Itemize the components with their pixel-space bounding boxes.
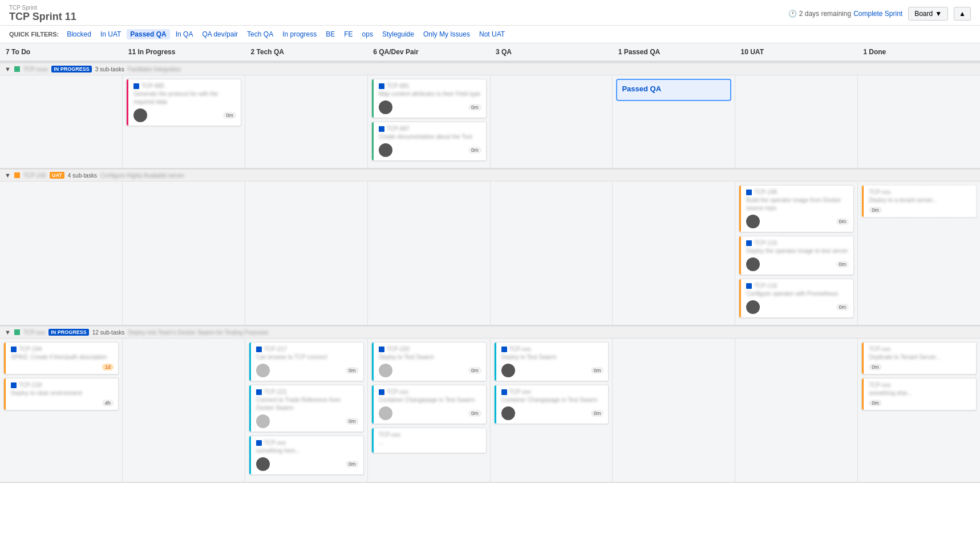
col-header-qadevpair: 6 QA/Dev Pair [367, 43, 490, 62]
task-icon [11, 347, 17, 352]
avatar-tcp681 [379, 100, 392, 114]
epic-name-3: Deploy into Team's Docker Swarm for Test… [128, 329, 268, 336]
col-header-inprogress: 11 In Progress [123, 43, 245, 62]
card-footer-tcp681: 0m [379, 100, 481, 114]
card-tcpqa1[interactable]: TCP-xxx Deploy to Test Swarm 0m [494, 342, 609, 381]
filter-blocked[interactable]: Blocked [63, 29, 95, 39]
epic-chevron-1[interactable]: ▼ [5, 66, 11, 72]
card-tcpx32[interactable]: TCP-xxx ... [371, 428, 487, 453]
task-icon [746, 283, 752, 289]
card-tcpqa2[interactable]: TCP-xxx Container Changepage in Test Swa… [494, 385, 609, 424]
card-tcp685[interactable]: TCP-685 Generate the protocol for with t… [126, 79, 241, 126]
card-footer-tcp116b: 0m [746, 300, 849, 314]
card-footer-done-epic2: 0m [869, 207, 971, 213]
card-time-tcp196: 0m [836, 218, 849, 225]
card-tcp217[interactable]: TCP-217 Can browse to TCP connect 0m [249, 342, 364, 381]
epic-row-2: ▼ TCP-140 UAT 4 sub-tasks Configure High… [0, 169, 980, 182]
swimlane3-uat [735, 339, 858, 482]
card-footer-tcpx22: 0m [256, 457, 359, 471]
task-icon [379, 83, 384, 89]
card-tcp194[interactable]: TCP-194 SPIKE: Create if then/path descr… [3, 342, 119, 374]
card-done-epic2[interactable]: TCP-xxx Deploy to a tenant server... 0m [861, 185, 977, 217]
task-icon [256, 389, 262, 395]
complete-sprint-button[interactable]: Complete Sprint [853, 10, 902, 18]
card-id-tcpqa2: TCP-xxx [501, 389, 604, 395]
filter-in-progress[interactable]: In progress [279, 29, 320, 39]
card-id-tcp196: TCP-196 [746, 189, 849, 195]
passed-qa-panel: Passed QA [616, 79, 731, 101]
filter-passed-qa[interactable]: Passed QA [127, 29, 169, 39]
card-id-tcp681: TCP-681 [379, 83, 481, 89]
swimlane1-passedqa: Passed QA [613, 75, 735, 168]
card-time-tcpx31: 0m [468, 410, 481, 417]
avatar-tcp217 [256, 364, 270, 377]
epic-subtasks-3: 12 sub-tasks [92, 329, 125, 336]
filter-only-my-issues[interactable]: Only My Issues [420, 29, 473, 39]
filter-ops[interactable]: ops [359, 29, 376, 39]
card-tcp220[interactable]: TCP-220 Deploy to Test Swarm 0m [371, 342, 487, 381]
filter-not-uat[interactable]: Not UAT [476, 29, 508, 39]
swimlane3-inprogress [123, 339, 245, 482]
card-time-tcp681: 0m [468, 104, 481, 111]
avatar-tcpqa1 [501, 364, 515, 377]
card-footer-tcpqa1: 0m [501, 364, 604, 377]
card-title-done1: Duplicate to Tenant Server... [869, 353, 971, 361]
card-tcp116b[interactable]: TCP-116 Configure operator with Promethe… [739, 279, 854, 318]
filter-be[interactable]: BE [322, 29, 338, 39]
filter-tech-qa[interactable]: Tech QA [244, 29, 277, 39]
card-id-tcp218: TCP-218 [11, 382, 114, 388]
task-icon [501, 389, 507, 395]
card-tcpx22[interactable]: TCP-xxx something here... 0m [249, 436, 364, 475]
avatar-tcp196 [746, 215, 760, 228]
card-tcp196[interactable]: TCP-196 Build the operator image from Do… [739, 185, 854, 232]
card-id-tcp685: TCP-685 [133, 83, 236, 89]
card-tcp218[interactable]: TCP-218 Deploy to clear environment 4h [3, 378, 119, 410]
swimlane3-qadevpair: TCP-220 Deploy to Test Swarm 0m TCP-xxx [368, 339, 491, 482]
card-title-done-epic2: Deploy to a tenant server... [869, 196, 971, 204]
app-header: TCP Sprint TCP Sprint 11 🕐 2 days remain… [0, 0, 980, 26]
filter-in-qa[interactable]: In QA [172, 29, 197, 39]
card-title-tcp196: Build the operator image from Docker sou… [746, 196, 849, 212]
card-done1[interactable]: TCP-xxx Duplicate to Tenant Server... 0m [861, 342, 977, 374]
card-tcpx31[interactable]: TCP-xxx Container Changepage in Test Swa… [371, 385, 487, 424]
filter-qa-dev-pair[interactable]: QA dev/pair [199, 29, 241, 39]
board-dropdown-button[interactable]: Board ▼ [908, 7, 948, 21]
avatar-tcpx31 [379, 406, 392, 420]
card-tcpx21[interactable]: TCP-221 Connect to Trade Reference from … [249, 385, 364, 432]
task-icon [133, 83, 139, 89]
card-id-tcpx21: TCP-221 [256, 389, 359, 395]
filter-in-uat[interactable]: In UAT [97, 29, 124, 39]
card-done2[interactable]: TCP-xxx something else... 0m [861, 378, 977, 410]
sprint-info: TCP Sprint TCP Sprint 11 [9, 5, 76, 23]
swimlane-3: TCP-194 SPIKE: Create if then/path descr… [0, 339, 980, 483]
avatar-tcp220 [379, 364, 392, 377]
swimlane2-inprogress [123, 182, 245, 325]
epic-id-1: TCP-xxxx [23, 66, 48, 72]
card-title-done2: something else... [869, 389, 971, 397]
epic-subtasks-2: 4 sub-tasks [68, 172, 97, 179]
card-tcp681[interactable]: TCP-681 Map content attributes to their … [371, 79, 487, 118]
filter-styleguide[interactable]: Styleguide [379, 29, 418, 39]
avatar-tcpx21 [256, 414, 270, 428]
avatar-tcp685 [133, 108, 147, 122]
sprint-label: TCP Sprint [9, 5, 76, 11]
task-icon [501, 347, 507, 352]
swimlane-1: TCP-685 Generate the protocol for with t… [0, 75, 980, 169]
epic-row-3: ▼ TCP-xxx IN PROGRESS 12 sub-tasks Deplo… [0, 326, 980, 339]
card-tcp687[interactable]: TCP-687 Create documentation about the T… [371, 122, 487, 161]
swimlane2-techqa [245, 182, 368, 325]
card-tcp116[interactable]: TCP-116 Deploy the operator image to tes… [739, 236, 854, 275]
col-header-qa: 3 QA [490, 43, 613, 62]
swimlane1-uat [735, 75, 858, 168]
card-title-tcpx22: something here... [256, 447, 359, 455]
card-footer-done2: 0m [869, 400, 971, 406]
task-icon [11, 382, 17, 388]
card-title-tcpqa2: Container Changepage in Test Swarm [501, 396, 604, 404]
collapse-button[interactable]: ▲ [954, 7, 971, 21]
epic-chevron-3[interactable]: ▼ [5, 329, 11, 336]
epic-badge-2 [14, 172, 20, 178]
swimlane2-uat: TCP-196 Build the operator image from Do… [735, 182, 858, 325]
epic-chevron-2[interactable]: ▼ [5, 172, 11, 179]
epic-badge-1 [14, 66, 20, 72]
filter-fe[interactable]: FE [341, 29, 356, 39]
